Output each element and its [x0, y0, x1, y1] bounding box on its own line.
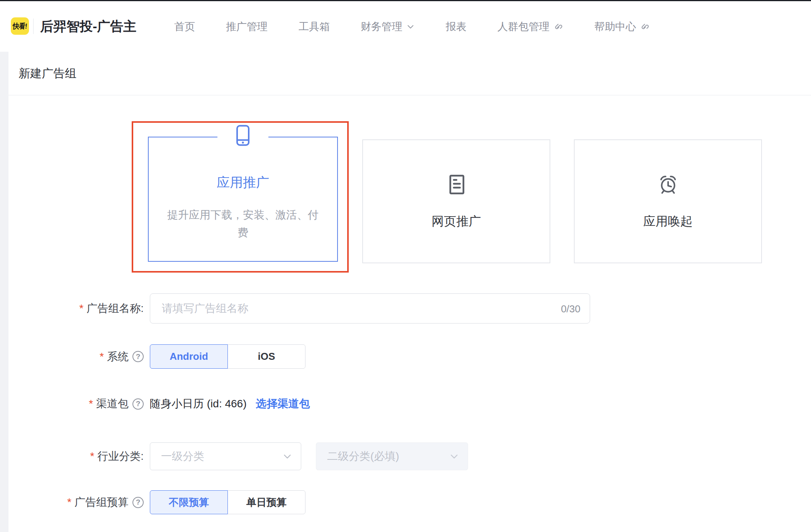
main-content: 应用推广 提升应用下载，安装、激活、付费 网页推广: [8, 95, 811, 532]
logo-text: 快看!: [12, 21, 27, 31]
page-header: 新建广告组: [8, 52, 811, 95]
industry-label: * 行业分类:: [8, 449, 144, 464]
label-text: 行业分类:: [97, 449, 144, 464]
nav-item-promotion[interactable]: 推广管理: [226, 20, 268, 34]
nav-item-label: 人群包管理: [497, 20, 550, 34]
promo-card-title: 应用唤起: [643, 213, 693, 230]
help-icon[interactable]: ?: [132, 351, 144, 362]
label-text: 渠道包: [96, 396, 129, 411]
label-text: 系统: [107, 349, 129, 364]
help-icon[interactable]: ?: [132, 497, 144, 508]
select-channel-link[interactable]: 选择渠道包: [256, 396, 310, 411]
nav-item-home[interactable]: 首页: [174, 20, 195, 34]
required-asterisk: *: [90, 450, 94, 463]
select-placeholder: 一级分类: [161, 449, 204, 464]
budget-label: * 广告组预算 ?: [8, 495, 144, 510]
card-border-segment: [149, 137, 217, 137]
promo-card-title: 网页推广: [432, 213, 481, 230]
nav-item-label: 首页: [174, 20, 195, 34]
budget-option-daily[interactable]: 单日预算: [227, 490, 305, 514]
nav-divider: [33, 19, 34, 34]
nav-item-label: 推广管理: [226, 20, 268, 34]
required-asterisk: *: [89, 398, 93, 410]
form-row-channel: * 渠道包 ? 随身小日历 (id: 466) 选择渠道包: [8, 396, 310, 411]
left-gutter: [0, 52, 8, 532]
promo-card-app[interactable]: 应用推广 提升应用下载，安装、激活、付费: [148, 137, 338, 262]
budget-option-unlimited[interactable]: 不限预算: [150, 490, 228, 514]
chevron-down-icon: [406, 22, 415, 31]
select-placeholder: 二级分类(必填): [327, 449, 399, 464]
os-label: * 系统 ?: [8, 349, 144, 364]
promo-card-title: 应用推广: [149, 174, 337, 191]
channel-package-value: 随身小日历 (id: 466): [150, 396, 247, 411]
top-navbar: 快看! 后羿智投-广告主 首页 推广管理 工具箱 财务管理 报表 人群包管理 帮…: [0, 1, 811, 52]
os-option-android[interactable]: Android: [150, 344, 228, 369]
card-border-segment: [268, 137, 337, 137]
adgroup-name-label: * 广告组名称:: [8, 301, 144, 316]
industry-level2-select[interactable]: 二级分类(必填): [316, 442, 468, 470]
required-asterisk: *: [79, 302, 83, 315]
document-icon: [446, 173, 467, 198]
nav-item-label: 财务管理: [361, 20, 402, 34]
label-text: 广告组预算: [75, 495, 129, 510]
page-title: 新建广告组: [19, 52, 76, 95]
nav-item-toolbox[interactable]: 工具箱: [299, 20, 330, 34]
promo-card-app-selected-outline: 应用推广 提升应用下载，安装、激活、付费: [132, 121, 349, 273]
help-icon[interactable]: ?: [132, 398, 144, 410]
external-link-icon: [553, 22, 563, 32]
form-row-os: * 系统 ? Android iOS: [8, 344, 305, 369]
phone-icon: [234, 124, 252, 148]
nav-item-report[interactable]: 报表: [446, 20, 467, 34]
nav-item-label: 帮助中心: [594, 20, 636, 34]
promo-card-appwake[interactable]: 应用唤起: [574, 139, 762, 263]
kuaikan-logo[interactable]: 快看!: [11, 17, 29, 35]
form-row-industry: * 行业分类: 一级分类 二级分类(必填): [8, 442, 468, 470]
form-row-adgroup-name: * 广告组名称: 0/30: [8, 293, 590, 324]
nav-menu: 首页 推广管理 工具箱 财务管理 报表 人群包管理 帮助中心: [174, 1, 650, 52]
required-asterisk: *: [100, 351, 104, 363]
chevron-down-icon: [449, 451, 459, 461]
promo-card-description: 提升应用下载，安装、激活、付费: [164, 206, 322, 242]
adgroup-name-input[interactable]: [150, 294, 590, 323]
nav-item-help[interactable]: 帮助中心: [594, 20, 650, 34]
brand-title: 后羿智投-广告主: [40, 1, 136, 52]
chevron-down-icon: [282, 451, 292, 461]
os-option-ios[interactable]: iOS: [227, 344, 305, 369]
industry-level1-select[interactable]: 一级分类: [150, 442, 301, 470]
nav-item-audience[interactable]: 人群包管理: [497, 20, 563, 34]
label-text: 广告组名称:: [87, 301, 144, 316]
form-row-budget: * 广告组预算 ? 不限预算 单日预算: [8, 490, 305, 514]
channel-label: * 渠道包 ?: [8, 396, 144, 411]
external-link-icon: [640, 22, 650, 32]
required-asterisk: *: [67, 496, 71, 508]
nav-item-finance[interactable]: 财务管理: [361, 20, 415, 34]
alarm-clock-icon: [657, 173, 680, 198]
nav-item-label: 报表: [446, 20, 467, 34]
adgroup-name-field: 0/30: [150, 293, 590, 324]
promo-card-web[interactable]: 网页推广: [362, 139, 550, 263]
nav-item-label: 工具箱: [299, 20, 330, 34]
char-counter: 0/30: [561, 294, 580, 324]
